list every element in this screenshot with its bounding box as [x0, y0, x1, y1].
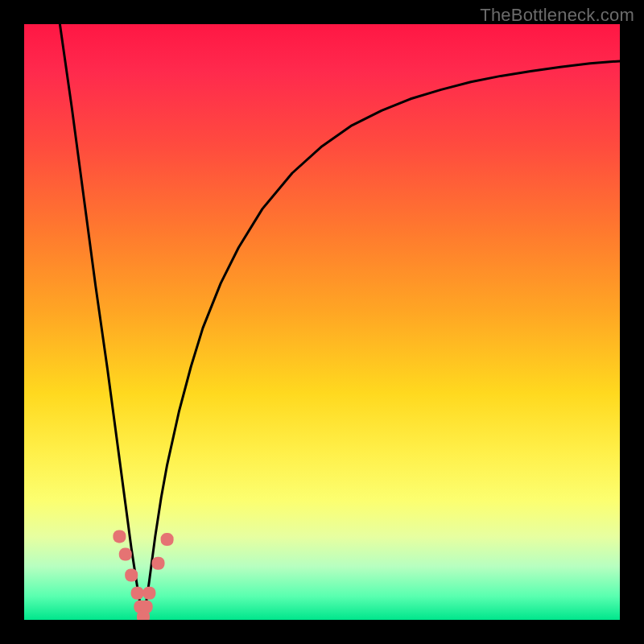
marker-point: [113, 530, 126, 543]
marker-point: [131, 587, 144, 600]
marker-point: [140, 601, 153, 613]
watermark-label: TheBottleneck.com: [480, 5, 634, 26]
chart-frame: TheBottleneck.com: [0, 0, 644, 644]
curve-layer: [24, 24, 620, 620]
marker-point: [152, 557, 165, 570]
marker-point: [161, 533, 174, 546]
marker-group: [113, 530, 173, 620]
plot-area: [24, 24, 620, 620]
marker-point: [119, 548, 132, 561]
marker-point: [125, 569, 138, 582]
marker-point: [142, 587, 155, 600]
bottleneck-curve: [60, 24, 620, 620]
